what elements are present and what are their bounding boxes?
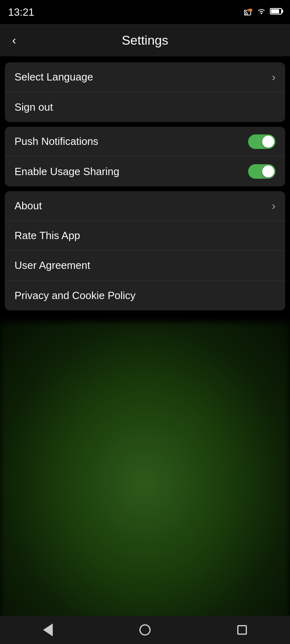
nav-back-button[interactable] <box>35 619 61 640</box>
enable-usage-sharing-item[interactable]: Enable Usage Sharing <box>5 157 285 186</box>
back-button[interactable]: ‹ <box>8 29 20 51</box>
nav-home-button[interactable] <box>131 620 159 640</box>
navigation-bar <box>0 616 290 644</box>
toggle-thumb-2 <box>262 165 274 178</box>
svg-rect-2 <box>249 9 252 11</box>
push-notifications-toggle[interactable] <box>248 134 276 149</box>
nav-back-icon <box>43 623 53 636</box>
rate-this-app-label: Rate This App <box>14 229 80 242</box>
about-label: About <box>14 200 42 212</box>
enable-usage-sharing-toggle[interactable] <box>248 164 276 179</box>
select-language-item[interactable]: Select Language › <box>5 62 285 92</box>
wifi-icon <box>257 8 266 17</box>
status-icons <box>244 8 282 17</box>
settings-content: Select Language › Sign out Push Notifica… <box>0 56 290 316</box>
page-title: Settings <box>122 33 168 48</box>
push-notifications-label: Push Notifications <box>14 135 98 148</box>
about-chevron-icon: › <box>272 200 276 213</box>
settings-group-2: Push Notifications Enable Usage Sharing <box>5 127 285 186</box>
rate-this-app-item[interactable]: Rate This App <box>5 221 285 251</box>
grass-background <box>0 322 290 644</box>
user-agreement-item[interactable]: User Agreement <box>5 251 285 281</box>
status-time: 13:21 <box>8 6 34 19</box>
about-item[interactable]: About › <box>5 191 285 221</box>
user-agreement-label: User Agreement <box>14 259 90 272</box>
settings-group-3: About › Rate This App User Agreement Pri… <box>5 191 285 310</box>
nav-recents-button[interactable] <box>229 621 255 639</box>
sign-out-label: Sign out <box>14 101 53 114</box>
push-notifications-item[interactable]: Push Notifications <box>5 127 285 157</box>
status-bar: 13:21 <box>0 0 290 24</box>
battery-icon <box>270 8 282 16</box>
enable-usage-sharing-label: Enable Usage Sharing <box>14 165 119 178</box>
nav-home-icon <box>139 624 151 636</box>
privacy-cookie-policy-label: Privacy and Cookie Policy <box>14 289 136 302</box>
nav-recents-icon <box>237 625 247 635</box>
cast-icon <box>244 8 253 16</box>
select-language-label: Select Language <box>14 71 93 83</box>
svg-point-3 <box>261 13 262 14</box>
sign-out-item[interactable]: Sign out <box>5 92 285 122</box>
chevron-right-icon: › <box>272 71 276 84</box>
settings-group-1: Select Language › Sign out <box>5 62 285 122</box>
privacy-cookie-policy-item[interactable]: Privacy and Cookie Policy <box>5 281 285 310</box>
toggle-thumb <box>262 136 274 148</box>
app-header: ‹ Settings <box>0 24 290 56</box>
